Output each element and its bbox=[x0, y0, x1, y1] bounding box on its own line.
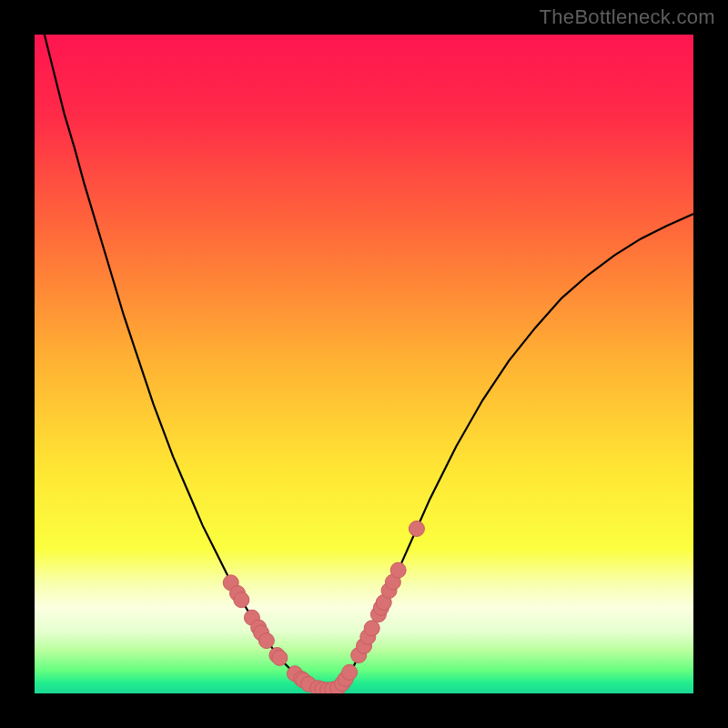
chart-svg bbox=[35, 35, 693, 693]
data-marker bbox=[234, 592, 249, 608]
data-marker bbox=[409, 521, 424, 537]
data-marker bbox=[272, 650, 288, 665]
watermark-text: TheBottleneck.com bbox=[540, 5, 715, 29]
gradient-background bbox=[35, 35, 693, 693]
plot-area bbox=[35, 35, 693, 693]
chart-frame: TheBottleneck.com bbox=[0, 0, 728, 728]
data-marker bbox=[390, 562, 406, 578]
data-marker bbox=[364, 621, 379, 636]
data-marker bbox=[342, 664, 358, 680]
data-marker bbox=[258, 633, 274, 649]
